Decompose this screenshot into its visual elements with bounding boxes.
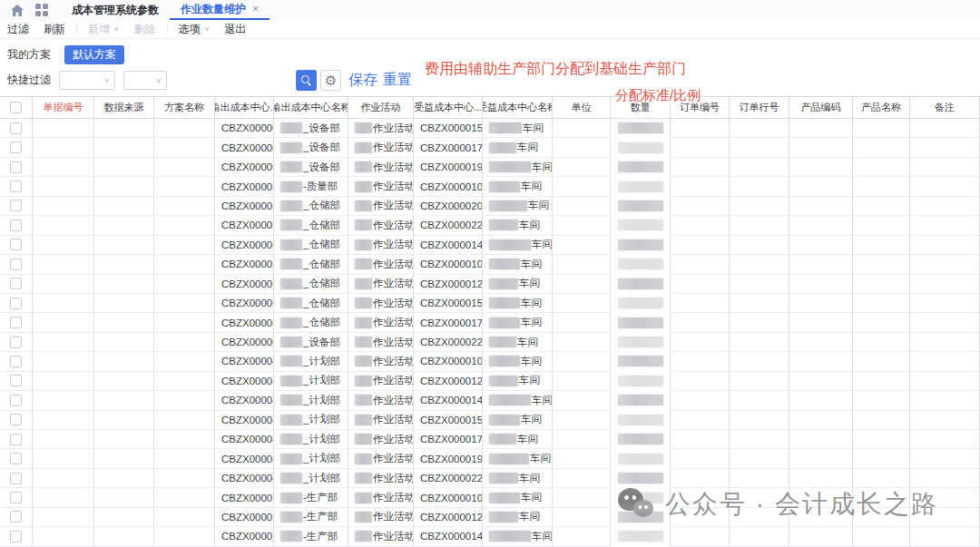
table-row[interactable]: CBZX000009_设备部作业活动CBZX000022车间 — [0, 333, 980, 352]
redacted-prefix — [489, 142, 516, 153]
cell-source — [94, 352, 154, 371]
col-header-prod-code[interactable]: 产品编码 — [789, 97, 853, 118]
cell-unit — [553, 275, 611, 294]
refresh-button[interactable]: 刷新 — [36, 22, 73, 37]
row-checkbox[interactable] — [10, 278, 22, 289]
cell-unit — [553, 488, 611, 507]
select-all-checkbox[interactable] — [10, 102, 22, 113]
col-header-out-center[interactable]: 输出成本中心... — [215, 97, 274, 118]
row-checkbox[interactable] — [10, 161, 22, 173]
table-row[interactable]: CBZX000013-生产部作业活动CBZX000014车间 — [0, 527, 980, 546]
cell-scheme — [154, 391, 215, 410]
table-row[interactable]: CBZX000009_设备部作业活动CBZX000015车间 — [0, 119, 980, 138]
tab-activity-qty-maintenance[interactable]: 作业数量维护 × — [170, 0, 270, 20]
row-checkbox[interactable] — [10, 181, 22, 192]
table-row[interactable]: CBZX000040_计划部作业活动CBZX000015车间 — [0, 411, 980, 430]
table-row[interactable]: CBZX000060_仓储部作业活动CBZX000010车间 — [0, 255, 980, 274]
cell-remark — [910, 177, 980, 196]
table-row[interactable]: CBZX000040_计划部作业活动CBZX000019车间 — [0, 449, 980, 468]
search-button[interactable] — [296, 70, 317, 91]
table-row[interactable]: CBZX000009_设备部作业活动CBZX000017车间 — [0, 138, 980, 157]
table-row[interactable]: CBZX000009_设备部作业活动CBZX000019车间 — [0, 158, 980, 177]
tab-close-icon[interactable]: × — [252, 3, 259, 15]
row-checkbox[interactable] — [10, 434, 22, 445]
row-checkbox[interactable] — [10, 473, 22, 484]
reset-link[interactable]: 重置 — [383, 71, 412, 90]
table-row[interactable]: CBZX000060_仓储部作业活动CBZX000012车间 — [0, 275, 980, 294]
col-header-remark[interactable]: 备注 — [910, 97, 980, 118]
row-checkbox[interactable] — [10, 531, 22, 542]
col-header-out-name[interactable]: 输出成本中心名称 — [274, 97, 348, 118]
col-header-ben-name[interactable]: 受益成本中心名称 — [483, 97, 553, 118]
col-header-activity[interactable]: 作业活动 — [348, 97, 414, 118]
col-header-doc-no[interactable]: 单据编号 — [33, 97, 94, 118]
cell-doc-no — [33, 508, 94, 527]
col-header-source[interactable]: 数据来源 — [94, 97, 154, 118]
row-checkbox[interactable] — [10, 122, 22, 134]
table-row[interactable]: CBZX000016-质量部作业活动CBZX000010车间 — [0, 177, 980, 196]
cell-remark — [910, 313, 980, 332]
cell-sel — [0, 119, 33, 138]
cell-source — [94, 236, 154, 255]
row-checkbox[interactable] — [10, 511, 22, 523]
cell-source — [94, 177, 154, 196]
cell-out-center: CBZX000060 — [215, 255, 274, 274]
table-row[interactable]: CBZX000040_计划部作业活动CBZX000014车间 — [0, 391, 980, 410]
row-checkbox[interactable] — [10, 453, 22, 464]
options-button[interactable]: 选项 ∨ — [172, 22, 218, 37]
table-row[interactable]: CBZX000060_仓储部作业活动CBZX000020车间 — [0, 197, 980, 216]
quick-filter-select-1[interactable]: ∨ — [59, 71, 115, 90]
table-row[interactable]: CBZX000060_仓储部作业活动CBZX000022车间 — [0, 216, 980, 235]
redacted-prefix — [489, 337, 516, 347]
cell-out-center: CBZX000013 — [215, 488, 274, 507]
row-checkbox[interactable] — [10, 259, 22, 270]
filter-button[interactable]: 过滤 — [0, 22, 36, 37]
table-row[interactable]: CBZX000060_仓储部作业活动CBZX000017车间 — [0, 313, 980, 332]
cell-remark — [910, 391, 980, 410]
cell-scheme — [154, 411, 215, 430]
col-header-ben-center[interactable]: 受益成本中心... — [414, 97, 483, 118]
row-checkbox[interactable] — [10, 220, 22, 231]
col-header-sel[interactable] — [0, 97, 33, 118]
cell-unit — [553, 177, 611, 196]
home-icon[interactable] — [10, 3, 24, 17]
cell-order-line — [730, 313, 789, 332]
redacted-value — [618, 181, 663, 192]
cell-doc-no — [33, 352, 94, 371]
row-checkbox[interactable] — [10, 142, 22, 153]
col-header-prod-name[interactable]: 产品名称 — [853, 97, 910, 118]
row-checkbox[interactable] — [10, 395, 22, 406]
row-checkbox[interactable] — [10, 356, 22, 367]
cell-ben-name: 车间 — [483, 158, 553, 177]
cell-ben-center: CBZX000019 — [414, 449, 483, 468]
cell-sel — [0, 391, 33, 410]
row-checkbox[interactable] — [10, 298, 22, 309]
exit-button[interactable]: 退出 — [217, 22, 253, 37]
col-header-unit[interactable]: 单位 — [553, 97, 611, 118]
row-checkbox[interactable] — [10, 492, 22, 503]
row-checkbox[interactable] — [10, 239, 22, 250]
default-scheme-button[interactable]: 默认方案 — [64, 45, 124, 64]
table-row[interactable]: CBZX000040_计划部作业活动CBZX000010车间 — [0, 352, 980, 371]
table-row[interactable]: CBZX000060_仓储部作业活动CBZX000014车间 — [0, 236, 980, 255]
row-checkbox[interactable] — [10, 337, 22, 348]
apps-grid-icon[interactable] — [35, 4, 48, 16]
row-checkbox[interactable] — [10, 375, 22, 386]
cell-source — [94, 197, 154, 216]
table-row[interactable]: CBZX000060_仓储部作业活动CBZX000015车间 — [0, 294, 980, 313]
cell-scheme — [154, 119, 215, 138]
col-header-scheme[interactable]: 方案名称 — [154, 97, 215, 118]
cell-remark — [910, 527, 980, 546]
row-checkbox[interactable] — [10, 414, 22, 425]
cell-order-no — [671, 352, 730, 371]
table-row[interactable]: CBZX000040_计划部作业活动CBZX000012车间 — [0, 372, 980, 391]
col-header-order-line[interactable]: 订单行号 — [730, 97, 789, 118]
table-row[interactable]: CBZX000040_计划部作业活动CBZX000017车间 — [0, 430, 980, 449]
row-checkbox[interactable] — [10, 200, 22, 211]
save-link[interactable]: 保存 — [348, 71, 377, 90]
cell-scheme — [154, 236, 215, 255]
quick-filter-select-2[interactable]: ∨ — [123, 71, 167, 90]
settings-button[interactable]: ⚙ — [320, 70, 341, 91]
row-checkbox[interactable] — [10, 317, 22, 328]
tab-cost-system-params[interactable]: 成本管理系统参数 — [61, 0, 170, 20]
